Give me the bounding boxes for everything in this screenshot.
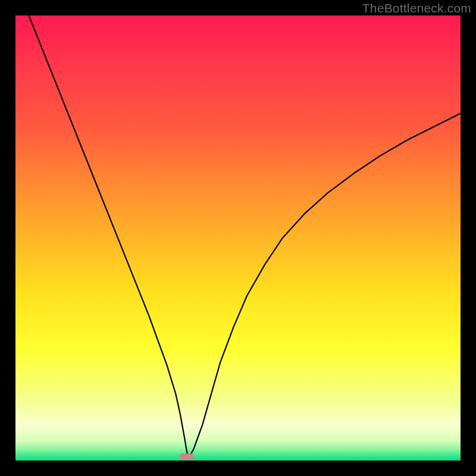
optimum-marker — [180, 453, 194, 459]
gradient-background — [15, 15, 461, 461]
watermark-text: TheBottleneck.com — [362, 1, 471, 15]
plot-area — [15, 15, 461, 461]
chart-svg — [15, 15, 461, 461]
chart-frame: TheBottleneck.com — [0, 0, 476, 476]
